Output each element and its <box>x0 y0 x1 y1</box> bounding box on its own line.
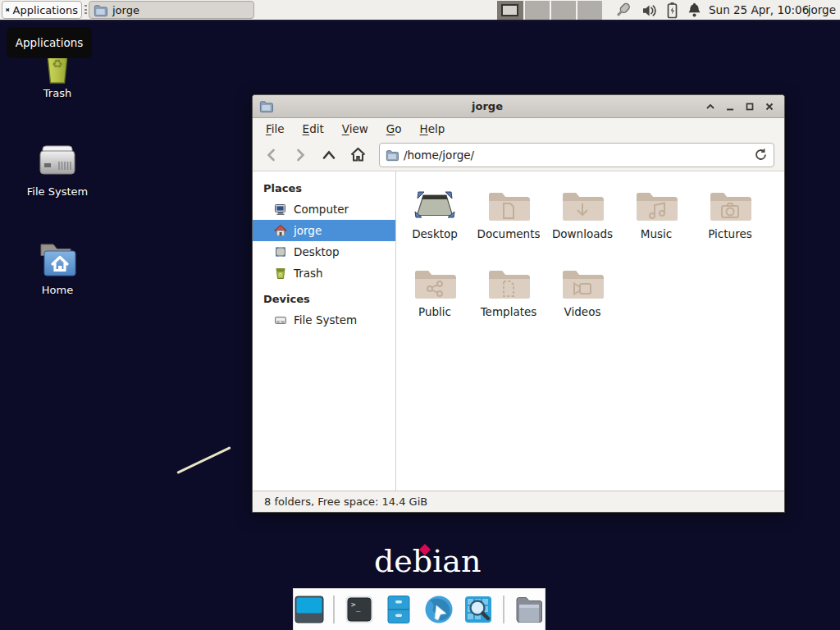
window-title: jorge <box>273 100 701 112</box>
file-manager-window: jorge File Edit View Go Help <box>252 94 785 513</box>
folder-pictures-icon <box>709 188 751 222</box>
sidebar-item-label: jorge <box>294 224 322 237</box>
file-item-pictures[interactable]: Pictures <box>693 188 767 266</box>
file-item-documents[interactable]: Documents <box>472 188 546 266</box>
file-item-label: Templates <box>481 305 537 318</box>
menu-edit[interactable]: Edit <box>303 122 324 135</box>
file-item-public[interactable]: Public <box>398 266 472 344</box>
trash-icon: ♻ <box>274 267 287 280</box>
svg-text:♻: ♻ <box>278 272 282 277</box>
location-bar[interactable]: /home/jorge/ <box>379 143 774 167</box>
volume-icon[interactable] <box>641 2 658 19</box>
shade-button[interactable] <box>701 98 719 116</box>
reload-icon[interactable] <box>754 148 768 162</box>
menu-view[interactable]: View <box>342 122 368 135</box>
workspace-4[interactable] <box>576 1 602 20</box>
file-item-desktop[interactable]: Desktop <box>398 188 472 266</box>
top-panel: Applications jorge <box>0 0 840 21</box>
drive-icon <box>274 313 287 326</box>
show-desktop-button[interactable] <box>294 594 324 625</box>
file-cabinet-icon <box>385 595 413 624</box>
folder-button[interactable] <box>514 594 545 625</box>
show-desktop-icon <box>294 595 324 624</box>
path-input[interactable]: /home/jorge/ <box>404 148 749 162</box>
close-button[interactable] <box>760 98 778 116</box>
taskbar-window-label: jorge <box>112 4 139 16</box>
menu-file[interactable]: File <box>266 122 285 135</box>
sidebar-item-label: Desktop <box>294 245 340 258</box>
sidebar-item-jorge[interactable]: jorge <box>253 220 395 241</box>
sidebar-header-devices: Devices <box>253 289 395 309</box>
folder-documents-icon <box>487 188 530 222</box>
file-item-label: Pictures <box>708 227 751 240</box>
home-icon <box>274 224 287 237</box>
web-browser-button[interactable] <box>423 594 454 625</box>
web-browser-globe-icon <box>423 594 454 625</box>
input-device-icon[interactable] <box>614 2 634 20</box>
battery-charging-icon[interactable] <box>665 2 679 19</box>
folder-downloads-icon <box>561 188 604 222</box>
folder-icon <box>94 3 107 17</box>
system-tray <box>614 0 702 21</box>
window-titlebar[interactable]: jorge <box>253 95 784 118</box>
file-manager-button[interactable] <box>384 594 414 625</box>
file-item-label: Desktop <box>412 227 458 240</box>
home-button[interactable] <box>347 144 368 166</box>
xfce-menu-icon <box>6 2 10 17</box>
folder-videos-icon <box>561 266 604 300</box>
desktop-icon <box>413 188 456 222</box>
svg-text:_: _ <box>356 604 361 612</box>
menu-help[interactable]: Help <box>420 122 445 135</box>
folder-templates-icon <box>487 266 530 300</box>
applications-menu-button[interactable]: Applications <box>2 1 82 19</box>
sidebar-item-label: Computer <box>294 203 349 216</box>
dock-separator <box>333 596 335 623</box>
desktop-icon-file-system[interactable]: File System <box>15 139 100 198</box>
svg-text:♻: ♻ <box>52 57 62 71</box>
sidebar-item-computer[interactable]: Computer <box>253 199 395 220</box>
panel-grip-handle[interactable] <box>84 5 87 16</box>
panel-clock[interactable]: Sun 25 Apr, 10:06 <box>709 0 809 21</box>
desktop-icon-label: Trash <box>43 87 71 99</box>
notifications-bell-icon[interactable] <box>687 2 702 19</box>
file-item-videos[interactable]: Videos <box>546 266 619 344</box>
terminal-button[interactable]: > _ <box>344 594 374 625</box>
workspace-3[interactable] <box>550 1 576 20</box>
up-button[interactable] <box>318 144 340 166</box>
window-folder-icon <box>259 99 273 113</box>
taskbar-window-button[interactable]: jorge <box>89 1 254 19</box>
forward-button[interactable] <box>290 144 311 166</box>
file-item-label: Downloads <box>552 227 613 240</box>
maximize-button[interactable] <box>741 98 758 116</box>
file-item-downloads[interactable]: Downloads <box>546 188 619 266</box>
menu-go[interactable]: Go <box>386 122 402 135</box>
debian-logo: debian <box>374 543 481 579</box>
back-button[interactable] <box>261 144 282 166</box>
sidebar-item-trash[interactable]: ♻ Trash <box>253 262 395 284</box>
applications-menu-label: Applications <box>13 4 78 16</box>
workspace-2[interactable] <box>523 1 550 20</box>
desktop-icon-home[interactable]: Home <box>15 238 100 296</box>
computer-icon <box>274 203 287 216</box>
file-item-label: Documents <box>477 227 541 240</box>
workspace-1[interactable] <box>497 1 523 20</box>
application-finder-button[interactable] <box>463 594 494 625</box>
status-bar: 8 folders, Free space: 14.4 GiB <box>253 491 784 512</box>
path-folder-icon <box>386 148 399 162</box>
sidebar-item-desktop[interactable]: Desktop <box>253 241 395 262</box>
menu-bar: File Edit View Go Help <box>253 118 784 139</box>
file-item-templates[interactable]: Templates <box>472 266 546 344</box>
file-item-label: Videos <box>564 305 601 318</box>
applications-tooltip: Applications <box>7 27 92 58</box>
file-list: Desktop Documents <box>396 171 784 491</box>
panel-username[interactable]: jorge <box>808 0 836 21</box>
terminal-icon: > _ <box>345 595 374 624</box>
minimize-button[interactable] <box>721 98 738 116</box>
sidebar-item-label: Trash <box>294 267 323 280</box>
sidebar-header-places: Places <box>253 178 395 199</box>
workspace-switcher <box>497 1 602 20</box>
sidebar: Places Computer jorge <box>253 171 396 491</box>
toolbar: /home/jorge/ <box>253 139 784 171</box>
sidebar-item-file-system[interactable]: File System <box>253 309 395 331</box>
file-item-music[interactable]: Music <box>619 188 693 266</box>
